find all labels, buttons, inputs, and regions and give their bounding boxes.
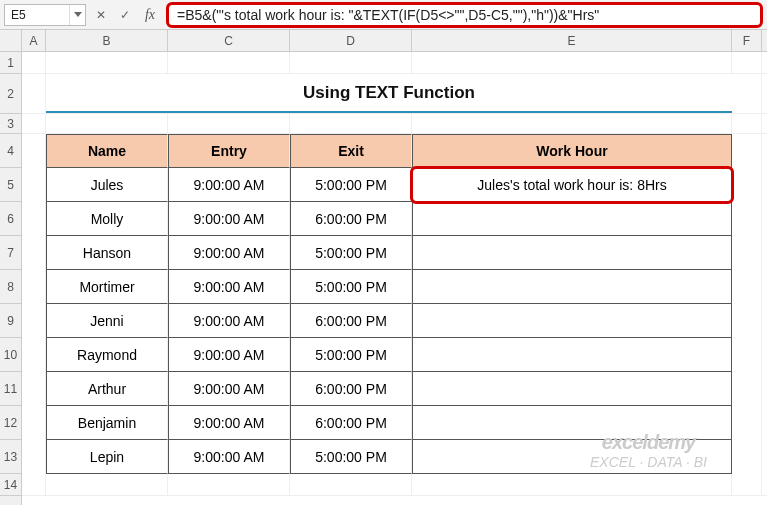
cancel-icon[interactable]: ✕: [92, 6, 110, 24]
formula-bar[interactable]: [166, 2, 763, 28]
cell-exit[interactable]: 5:00:00 PM: [290, 338, 412, 372]
col-header-F[interactable]: F: [732, 30, 762, 51]
cell-entry[interactable]: 9:00:00 AM: [168, 168, 290, 202]
cell[interactable]: [22, 440, 46, 474]
cell-work[interactable]: [412, 270, 732, 304]
cell[interactable]: [412, 114, 732, 133]
cell[interactable]: [22, 114, 46, 133]
cell[interactable]: [732, 270, 762, 304]
table-header-entry[interactable]: Entry: [168, 134, 290, 168]
cell[interactable]: [412, 52, 732, 73]
cell-name[interactable]: Benjamin: [46, 406, 168, 440]
cell[interactable]: [22, 134, 46, 168]
cell[interactable]: [732, 338, 762, 372]
cell-work[interactable]: [412, 236, 732, 270]
row-header-11[interactable]: 11: [0, 372, 21, 406]
cell[interactable]: [732, 304, 762, 338]
select-all-corner[interactable]: [0, 30, 22, 52]
row-header-12[interactable]: 12: [0, 406, 21, 440]
cell-name[interactable]: Lepin: [46, 440, 168, 474]
cell-exit[interactable]: 5:00:00 PM: [290, 168, 412, 202]
cell[interactable]: [22, 474, 46, 495]
cell-exit[interactable]: 6:00:00 PM: [290, 202, 412, 236]
cell-entry[interactable]: 9:00:00 AM: [168, 338, 290, 372]
cell-name[interactable]: Arthur: [46, 372, 168, 406]
cell-entry[interactable]: 9:00:00 AM: [168, 440, 290, 474]
fx-icon[interactable]: fx: [140, 7, 160, 23]
cell[interactable]: [732, 440, 762, 474]
col-header-A[interactable]: A: [22, 30, 46, 51]
cell[interactable]: [168, 52, 290, 73]
cell[interactable]: [46, 52, 168, 73]
col-header-D[interactable]: D: [290, 30, 412, 51]
cell-exit[interactable]: 5:00:00 PM: [290, 440, 412, 474]
row-header-4[interactable]: 4: [0, 134, 21, 168]
cell[interactable]: [168, 474, 290, 495]
cell-work[interactable]: Jules's total work hour is: 8Hrs: [412, 168, 732, 202]
table-header-exit[interactable]: Exit: [290, 134, 412, 168]
cell-entry[interactable]: 9:00:00 AM: [168, 304, 290, 338]
row-header-7[interactable]: 7: [0, 236, 21, 270]
name-box-dropdown[interactable]: [69, 5, 85, 25]
cell-work[interactable]: [412, 304, 732, 338]
cell[interactable]: [22, 202, 46, 236]
cell[interactable]: [168, 114, 290, 133]
cell[interactable]: [22, 372, 46, 406]
cell[interactable]: [290, 474, 412, 495]
col-header-B[interactable]: B: [46, 30, 168, 51]
table-header-name[interactable]: Name: [46, 134, 168, 168]
cell[interactable]: [732, 406, 762, 440]
cell[interactable]: [732, 74, 762, 113]
col-header-E[interactable]: E: [412, 30, 732, 51]
cell-exit[interactable]: 6:00:00 PM: [290, 406, 412, 440]
row-header-13[interactable]: 13: [0, 440, 21, 474]
cell-work[interactable]: [412, 406, 732, 440]
cell[interactable]: [22, 52, 46, 73]
cell[interactable]: [22, 338, 46, 372]
cell[interactable]: [290, 52, 412, 73]
cell[interactable]: [22, 406, 46, 440]
sheet-title[interactable]: Using TEXT Function: [46, 74, 732, 113]
cell[interactable]: [46, 474, 168, 495]
cell-entry[interactable]: 9:00:00 AM: [168, 202, 290, 236]
cell-work[interactable]: [412, 440, 732, 474]
cell-work[interactable]: [412, 202, 732, 236]
name-box-input[interactable]: [5, 5, 69, 25]
cell-name[interactable]: Hanson: [46, 236, 168, 270]
cell[interactable]: [412, 474, 732, 495]
cell-entry[interactable]: 9:00:00 AM: [168, 236, 290, 270]
table-header-workhour[interactable]: Work Hour: [412, 134, 732, 168]
row-header-1[interactable]: 1: [0, 52, 21, 74]
cell[interactable]: [290, 114, 412, 133]
row-header-6[interactable]: 6: [0, 202, 21, 236]
row-header-8[interactable]: 8: [0, 270, 21, 304]
row-header-2[interactable]: 2: [0, 74, 21, 114]
cell[interactable]: [732, 236, 762, 270]
cell[interactable]: [732, 114, 762, 133]
name-box[interactable]: [4, 4, 86, 26]
row-header-3[interactable]: 3: [0, 114, 21, 134]
col-header-C[interactable]: C: [168, 30, 290, 51]
cell-work[interactable]: [412, 372, 732, 406]
spreadsheet-grid[interactable]: A B C D E F 1 2 3 4 5 6 7 8 9 10 11 12 1…: [0, 30, 767, 505]
cell-exit[interactable]: 5:00:00 PM: [290, 236, 412, 270]
cell-name[interactable]: Raymond: [46, 338, 168, 372]
cell[interactable]: [22, 270, 46, 304]
cell-exit[interactable]: 6:00:00 PM: [290, 304, 412, 338]
cell[interactable]: [22, 236, 46, 270]
cell-work[interactable]: [412, 338, 732, 372]
confirm-icon[interactable]: ✓: [116, 6, 134, 24]
cell-name[interactable]: Molly: [46, 202, 168, 236]
cell-name[interactable]: Mortimer: [46, 270, 168, 304]
cell[interactable]: [22, 168, 46, 202]
cell[interactable]: [732, 372, 762, 406]
row-header-5[interactable]: 5: [0, 168, 21, 202]
cell-entry[interactable]: 9:00:00 AM: [168, 372, 290, 406]
cell[interactable]: [732, 52, 762, 73]
cell-exit[interactable]: 5:00:00 PM: [290, 270, 412, 304]
cell-entry[interactable]: 9:00:00 AM: [168, 270, 290, 304]
cell[interactable]: [732, 134, 762, 168]
cell[interactable]: [732, 168, 762, 202]
cell-name[interactable]: Jules: [46, 168, 168, 202]
cell[interactable]: [22, 304, 46, 338]
